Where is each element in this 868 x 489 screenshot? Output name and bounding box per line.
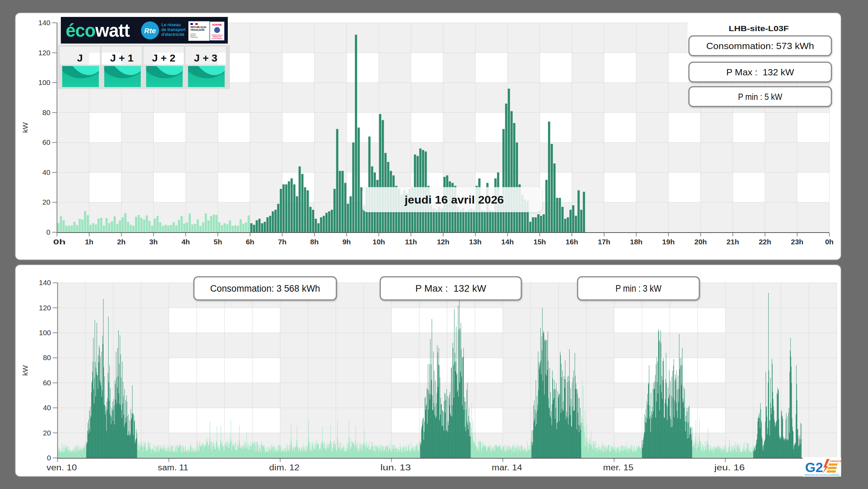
svg-text:LHB-site-L03F: LHB-site-L03F xyxy=(729,24,789,33)
svg-text:20: 20 xyxy=(42,198,50,206)
svg-text:80: 80 xyxy=(43,354,51,361)
svg-text:0: 0 xyxy=(47,454,51,462)
svg-text:11h: 11h xyxy=(405,238,417,246)
svg-text:Fraternité: Fraternité xyxy=(190,36,198,38)
svg-text:P min : 5 kW: P min : 5 kW xyxy=(738,92,782,102)
svg-text:140: 140 xyxy=(38,19,50,27)
svg-text:ÉCOLOGIQUE: ÉCOLOGIQUE xyxy=(212,38,222,39)
svg-text:9h: 9h xyxy=(342,238,351,246)
svg-text:G2: G2 xyxy=(805,460,823,475)
svg-text:J + 2: J + 2 xyxy=(152,52,176,64)
svg-text:ADEME: ADEME xyxy=(212,23,223,26)
svg-text:80: 80 xyxy=(42,109,50,116)
svg-text:19h: 19h xyxy=(662,238,675,246)
svg-text:J + 1: J + 1 xyxy=(110,52,134,64)
svg-text:3h: 3h xyxy=(149,238,158,246)
svg-text:20h: 20h xyxy=(694,238,707,246)
svg-text:P min : 3 kW: P min : 3 kW xyxy=(616,283,662,294)
svg-text:0h: 0h xyxy=(825,238,834,246)
svg-text:120: 120 xyxy=(38,49,50,57)
svg-text:15h: 15h xyxy=(533,238,546,246)
svg-text:J + 3: J + 3 xyxy=(194,52,217,64)
svg-text:écowatt: écowatt xyxy=(66,20,130,40)
svg-text:d'électricité: d'électricité xyxy=(161,32,185,37)
svg-text:60: 60 xyxy=(42,138,50,146)
svg-text:kW: kW xyxy=(21,122,29,133)
svg-text:22h: 22h xyxy=(759,238,771,246)
svg-text:40: 40 xyxy=(42,168,50,176)
svg-text:de transport: de transport xyxy=(161,27,186,32)
svg-text:8h: 8h xyxy=(310,238,319,246)
svg-text:100: 100 xyxy=(39,329,51,337)
svg-text:P Max : 132 kW: P Max : 132 kW xyxy=(416,283,487,294)
svg-text:1h: 1h xyxy=(85,238,94,246)
svg-text:Le réseau: Le réseau xyxy=(161,22,181,27)
svg-text:12h: 12h xyxy=(437,238,449,246)
svg-text:20: 20 xyxy=(43,429,51,437)
svg-text:23h: 23h xyxy=(791,238,803,246)
svg-text:Consommation: 573 kWh: Consommation: 573 kWh xyxy=(706,41,814,51)
svg-text:17h: 17h xyxy=(598,238,610,246)
svg-text:RÉPUBLIQUE: RÉPUBLIQUE xyxy=(190,26,206,29)
svg-text:sam. 11: sam. 11 xyxy=(158,463,188,472)
svg-text:dim. 12: dim. 12 xyxy=(269,463,300,472)
svg-text:Rte: Rte xyxy=(144,27,156,35)
svg-text:120: 120 xyxy=(39,304,51,312)
svg-text:10h: 10h xyxy=(373,238,385,246)
svg-text:100: 100 xyxy=(38,78,50,86)
svg-text:P Max : 132 kW: P Max : 132 kW xyxy=(726,67,794,77)
svg-text:mer. 15: mer. 15 xyxy=(603,463,634,472)
svg-text:18h: 18h xyxy=(630,238,643,246)
svg-text:16h: 16h xyxy=(566,238,578,246)
svg-text:60: 60 xyxy=(43,379,51,387)
svg-text:kW: kW xyxy=(21,365,29,376)
svg-text:J: J xyxy=(77,52,83,64)
svg-text:7h: 7h xyxy=(278,238,287,246)
svg-text:0h: 0h xyxy=(53,238,66,246)
svg-text:13h: 13h xyxy=(469,238,482,246)
svg-text:ven. 10: ven. 10 xyxy=(47,463,77,472)
svg-text:6h: 6h xyxy=(246,238,254,246)
svg-text:lun. 13: lun. 13 xyxy=(381,463,411,472)
svg-text:2h: 2h xyxy=(117,238,126,246)
svg-text:FRANÇAISE: FRANÇAISE xyxy=(190,29,205,31)
svg-text:jeudi 16 avril 2026: jeudi 16 avril 2026 xyxy=(404,194,504,206)
svg-text:14h: 14h xyxy=(501,238,514,246)
svg-text:0: 0 xyxy=(46,228,50,236)
svg-text:4h: 4h xyxy=(181,238,190,246)
svg-text:Consommation: 3 568 kWh: Consommation: 3 568 kWh xyxy=(210,283,320,294)
svg-text:40: 40 xyxy=(43,404,51,412)
svg-text:140: 140 xyxy=(39,279,51,286)
svg-text:jeu. 16: jeu. 16 xyxy=(714,463,745,472)
svg-text:21h: 21h xyxy=(727,238,739,246)
svg-text:mar. 14: mar. 14 xyxy=(492,463,522,472)
svg-text:5h: 5h xyxy=(214,238,222,246)
svg-text:FRANCE: FRANCE xyxy=(830,460,842,463)
svg-text:Optimisation des ressources én: Optimisation des ressources énergétiques xyxy=(804,474,839,476)
